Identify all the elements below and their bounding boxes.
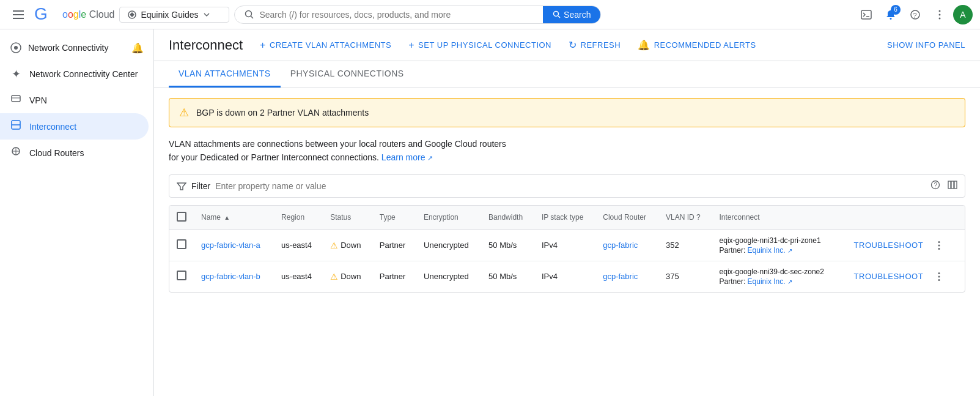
terminal-button[interactable] [855,4,877,26]
table-row: gcp-fabric-vlan-a us-east4 ⚠ Down Partne… [169,230,965,261]
page-title: Interconnect [169,37,243,53]
row-region-1: us-east4 [274,230,323,261]
troubleshoot-button-2[interactable]: TROUBLESHOOT [849,269,929,283]
svg-point-31 [938,248,940,250]
svg-rect-26 [948,181,951,189]
filter-help-icon[interactable]: ? [930,180,940,192]
svg-rect-28 [954,181,957,189]
row-vlan-id-2: 375 [658,261,712,292]
search-input[interactable] [259,10,533,20]
topbar: G oogle Cloud Equinix Guides Search 6 ? [0,0,980,29]
tabs-bar: VLAN ATTACHMENTS PHYSICAL CONNECTIONS [154,61,980,88]
notifications-button[interactable]: 6 [880,4,902,26]
vpn-icon [10,93,22,107]
sidebar: Network Connectivity 🔔 ✦ Network Connect… [0,29,154,396]
row-interconnect-2: eqix-google-nni39-dc-sec-zone2 Partner: … [712,261,842,292]
col-type: Type [372,206,416,230]
row-partner-link-1[interactable]: Equinix Inc. ↗ [748,246,792,255]
svg-rect-0 [13,10,24,12]
search-button[interactable]: Search [543,6,600,23]
row-checkbox-1[interactable] [177,239,186,249]
row-encryption-1: Unencrypted [416,230,481,261]
project-icon [127,10,137,20]
search-btn-label: Search [564,10,591,20]
more-menu-button-2[interactable] [930,268,948,285]
avatar[interactable]: A [953,5,973,24]
row-actions-1: TROUBLESHOOT [849,237,957,254]
google-cloud-logo[interactable]: G oogle Cloud [34,2,114,27]
more-vert-row-icon-1 [938,241,940,250]
external-link-icon-2: ↗ [787,278,792,285]
svg-point-14 [939,10,941,12]
setup-physical-button[interactable]: + SET UP PHYSICAL CONNECTION [403,36,556,54]
row-name-link-2[interactable]: gcp-fabric-vlan-b [201,272,260,281]
show-info-panel-button[interactable]: SHOW INFO PANEL [887,40,965,50]
search-icon [245,10,254,20]
row-name-link-1[interactable]: gcp-fabric-vlan-a [201,241,260,250]
more-menu-button-1[interactable] [930,237,948,254]
row-ip-stack-2: IPv4 [534,261,595,292]
sidebar-ncc-label: Network Connectivity Center [29,69,138,79]
sidebar-cloud-routers-label: Cloud Routers [29,148,84,158]
menu-button[interactable] [7,4,29,26]
sort-icon[interactable]: ▲ [224,214,230,221]
refresh-button[interactable]: ↻ REFRESH [564,35,625,54]
create-vlan-button[interactable]: + CREATE VLAN ATTACHMENTS [255,36,396,54]
row-checkbox-2[interactable] [177,271,186,280]
svg-point-34 [938,279,940,281]
svg-rect-19 [12,95,20,102]
row-partner-link-2[interactable]: Equinix Inc. ↗ [748,277,792,286]
notifications-count: 6 [891,5,901,15]
network-connectivity-icon [10,42,22,54]
svg-point-11 [890,18,892,20]
page-header: Interconnect + CREATE VLAN ATTACHMENTS +… [154,29,980,61]
troubleshoot-button-1[interactable]: TROUBLESHOOT [849,238,929,252]
vlan-id-help-icon[interactable]: ? [696,213,701,222]
status-warn-icon-2: ⚠ [330,272,338,282]
cloud-routers-icon [10,146,22,160]
svg-line-8 [558,16,560,18]
sidebar-item-cloud-routers[interactable]: Cloud Routers [0,140,149,166]
filter-input[interactable] [215,181,926,191]
svg-point-33 [938,275,940,277]
sidebar-interconnect-label: Interconnect [29,122,76,132]
more-options-button[interactable] [929,4,951,26]
row-interconnect-1: eqix-google-nni31-dc-pri-zone1 Partner: … [712,230,842,261]
sidebar-item-network-connectivity-center[interactable]: ✦ Network Connectivity Center [0,61,149,87]
row-cloud-router-link-2[interactable]: gcp-fabric [603,272,638,281]
select-all-checkbox[interactable] [177,212,186,222]
row-actions-2: TROUBLESHOOT [849,268,957,285]
interconnect-icon [10,119,22,133]
col-region: Region [274,206,323,230]
recommended-alerts-button[interactable]: 🔔 RECOMMENDED ALERTS [633,35,761,54]
tab-physical-connections[interactable]: PHYSICAL CONNECTIONS [281,61,414,88]
learn-more-link[interactable]: Learn more ↗ [381,152,433,162]
plus-icon-vlan: + [260,40,266,51]
alert-text: BGP is down on 2 Partner VLAN attachment… [196,108,369,118]
col-status: Status [323,206,372,230]
svg-rect-2 [13,18,24,19]
col-encryption: Encryption [416,206,481,230]
svg-point-16 [939,17,941,19]
chevron-down-icon [202,10,211,19]
help-button[interactable]: ? [904,4,926,26]
sidebar-title: Network Connectivity [28,43,109,53]
main-content: Interconnect + CREATE VLAN ATTACHMENTS +… [154,29,980,396]
sidebar-bell-icon[interactable]: 🔔 [131,42,144,54]
row-cloud-router-link-1[interactable]: gcp-fabric [603,241,638,250]
external-link-icon-1: ↗ [787,247,792,254]
svg-rect-1 [13,14,24,15]
sidebar-item-vpn[interactable]: VPN [0,87,149,113]
tab-vlan-attachments[interactable]: VLAN ATTACHMENTS [169,61,281,88]
external-link-icon: ↗ [427,154,433,162]
refresh-icon: ↻ [569,39,577,51]
row-region-2: us-east4 [274,261,323,292]
content-area: ⚠ BGP is down on 2 Partner VLAN attachme… [154,88,980,302]
filter-columns-icon[interactable] [948,180,957,192]
svg-point-29 [938,241,940,243]
project-selector[interactable]: Equinix Guides [119,7,229,23]
svg-line-6 [251,16,254,18]
svg-point-5 [246,10,252,17]
sidebar-item-interconnect[interactable]: Interconnect [0,113,149,140]
sidebar-header[interactable]: Network Connectivity 🔔 [0,34,153,61]
